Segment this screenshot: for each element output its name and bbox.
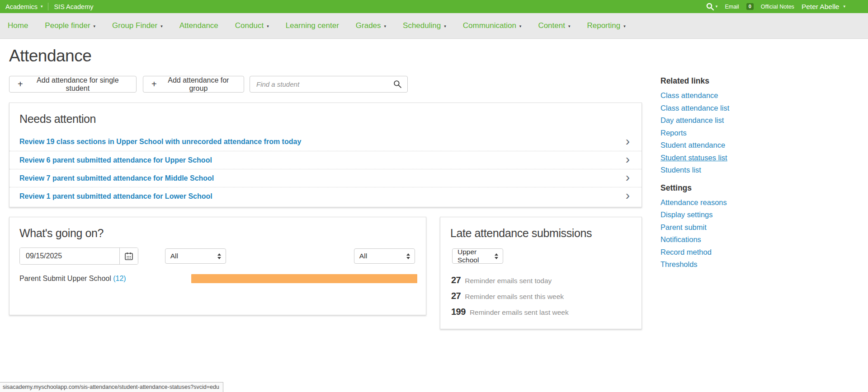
related-link[interactable]: Student statuses list <box>660 152 850 164</box>
page-title: Attendance <box>9 47 91 65</box>
chart-bar-row: Parent Submit Upper School (12) <box>19 274 426 283</box>
parent-submit-bar[interactable] <box>191 274 417 283</box>
settings-link[interactable]: Attendance reasons <box>660 196 850 209</box>
nav-item-label: Attendance <box>179 21 218 30</box>
search-icon <box>706 3 714 11</box>
date-input[interactable] <box>20 248 119 264</box>
whats-going-on-title: What's going on? <box>9 217 426 240</box>
nav-item-label: Scheduling <box>403 21 441 30</box>
related-link[interactable]: Class attendance list <box>660 102 850 115</box>
needs-attention-link[interactable]: Review 1 parent submitted attendance for… <box>19 192 212 201</box>
settings-link[interactable]: Notifications <box>660 233 850 246</box>
related-link[interactable]: Student attendance <box>660 139 850 152</box>
late-submissions-panel: Late attendance submissions Upper School… <box>440 217 642 329</box>
add-single-label: Add attendance for single student <box>28 76 128 93</box>
nav-item-label: Communication <box>463 21 516 30</box>
filter2-select[interactable]: All <box>354 248 415 264</box>
divider <box>48 3 48 10</box>
nav-item-label: Group Finder <box>112 21 157 30</box>
plus-icon: + <box>151 79 157 89</box>
needs-attention-link[interactable]: Review 19 class sections in Upper School… <box>19 138 301 146</box>
caret-down-icon: ▾ <box>41 5 43 9</box>
nav-item-label: Grades <box>356 21 381 30</box>
search-icon[interactable] <box>393 80 402 89</box>
settings-link[interactable]: Record method <box>660 246 850 259</box>
find-student-input[interactable] <box>250 76 408 93</box>
settings-link[interactable]: Parent submit <box>660 221 850 234</box>
caret-down-icon: ▾ <box>384 24 387 28</box>
school-level-value: Upper School <box>458 248 491 264</box>
chevron-right-icon: › <box>626 191 630 200</box>
nav-item[interactable]: Content ▾ <box>538 21 570 30</box>
stat-value: 199 <box>451 307 466 317</box>
nav-item[interactable]: Group Finder ▾ <box>112 21 163 30</box>
nav-item-label: Reporting <box>587 21 620 30</box>
global-search-button[interactable]: ▾ <box>706 3 718 11</box>
related-link[interactable]: Class attendance <box>660 89 850 102</box>
caret-down-icon: ▾ <box>519 24 522 28</box>
add-group-label: Add attendance for group <box>161 76 236 93</box>
caret-down-icon: ▾ <box>444 24 446 28</box>
official-notes-link[interactable]: Official Notes <box>761 4 794 10</box>
calendar-button[interactable] <box>119 248 138 264</box>
nav-item-label: Home <box>8 21 28 30</box>
stat-label: Reminder emails sent last week <box>470 308 569 317</box>
school-level-select[interactable]: Upper School <box>452 248 503 264</box>
nav-item[interactable]: Learning center <box>286 21 339 30</box>
bar-category-label: Parent Submit Upper School <box>19 275 111 282</box>
related-link[interactable]: Day attendance list <box>660 114 850 127</box>
caret-down-icon: ▾ <box>716 5 718 9</box>
settings-link[interactable]: Display settings <box>660 209 850 221</box>
user-menu[interactable]: Peter Abelle ▾ <box>802 3 845 11</box>
chevron-right-icon: › <box>626 155 630 164</box>
needs-attention-row[interactable]: Review 7 parent submitted attendance for… <box>9 169 642 187</box>
add-attendance-single-student-button[interactable]: + Add attendance for single student <box>9 76 137 93</box>
related-link[interactable]: Students list <box>660 164 850 177</box>
user-name: Peter Abelle <box>802 3 840 11</box>
find-student-searchbox <box>250 76 408 93</box>
action-row: + Add attendance for single student + Ad… <box>9 76 408 93</box>
settings-link[interactable]: Thresholds <box>660 258 850 271</box>
top-bar: Academics ▾ SIS Academy ▾ Email 0 Offici… <box>0 0 868 13</box>
add-attendance-group-button[interactable]: + Add attendance for group <box>143 76 244 93</box>
needs-attention-row[interactable]: Review 1 parent submitted attendance for… <box>9 187 642 205</box>
caret-down-icon: ▾ <box>94 24 96 28</box>
needs-attention-link[interactable]: Review 7 parent submitted attendance for… <box>19 174 214 182</box>
nav-item[interactable]: Attendance <box>179 21 218 30</box>
nav-item[interactable]: Home <box>8 21 28 30</box>
stat-value: 27 <box>451 291 461 301</box>
select-spinner-icon <box>495 253 498 259</box>
filter1-select[interactable]: All <box>165 248 226 264</box>
date-picker <box>19 247 138 265</box>
official-notes-count-badge: 0 <box>746 3 754 10</box>
email-link[interactable]: Email <box>725 4 739 10</box>
needs-attention-link[interactable]: Review 6 parent submitted attendance for… <box>19 156 212 164</box>
chevron-right-icon: › <box>626 137 630 146</box>
nav-item[interactable]: Grades ▾ <box>356 21 386 30</box>
needs-attention-row[interactable]: Review 6 parent submitted attendance for… <box>9 151 642 169</box>
caret-down-icon: ▾ <box>160 24 163 28</box>
bar-count-link[interactable]: (12) <box>113 275 126 282</box>
nav-item-label: Content <box>538 21 565 30</box>
stat-value: 27 <box>451 275 461 285</box>
nav-item-label: Conduct <box>235 21 264 30</box>
stat-label: Reminder emails sent today <box>465 277 552 285</box>
whats-going-on-panel: What's going on? All All <box>9 217 426 315</box>
nav-item[interactable]: Reporting ▾ <box>587 21 625 30</box>
academics-menu[interactable]: Academics ▾ <box>5 3 42 10</box>
needs-attention-row[interactable]: Review 19 class sections in Upper School… <box>9 133 642 151</box>
plus-icon: + <box>18 79 23 89</box>
nav-item[interactable]: Communication ▾ <box>463 21 522 30</box>
related-link[interactable]: Reports <box>660 127 850 140</box>
nav-item[interactable]: Conduct ▾ <box>235 21 269 30</box>
nav-item[interactable]: Scheduling ▾ <box>403 21 446 30</box>
nav-item[interactable]: People finder ▾ <box>45 21 95 30</box>
academics-menu-label: Academics <box>5 3 38 10</box>
select-spinner-icon <box>406 253 410 259</box>
caret-down-icon: ▾ <box>267 24 269 28</box>
stat-row: 27 Reminder emails sent today <box>451 275 642 285</box>
stat-label: Reminder emails sent this week <box>465 293 564 301</box>
caret-down-icon: ▾ <box>623 24 626 28</box>
related-links-heading: Related links <box>660 76 850 86</box>
nav-item-label: People finder <box>45 21 90 30</box>
